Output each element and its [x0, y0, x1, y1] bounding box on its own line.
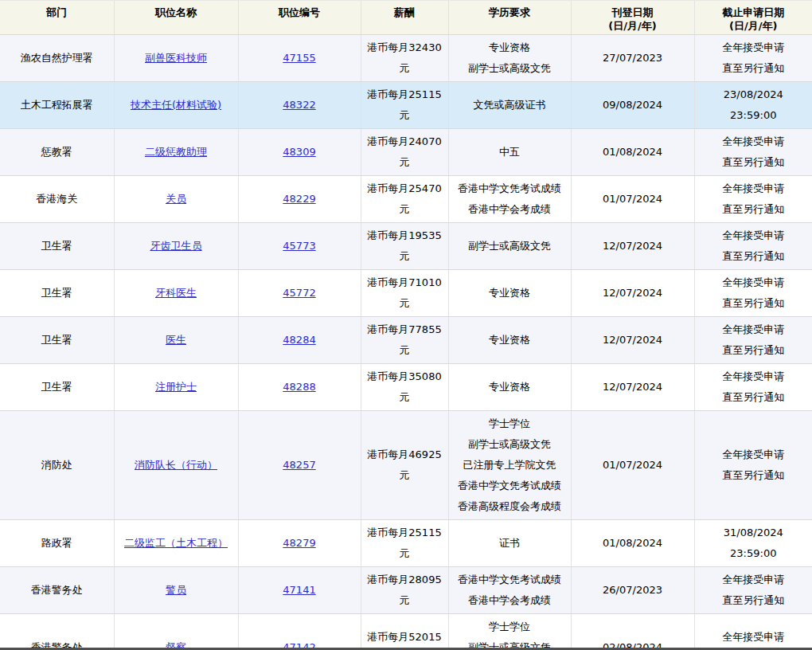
job-id-link[interactable]: 48229 — [283, 193, 315, 205]
deadline-cell: 全年接受申请直至另行通知 — [694, 411, 812, 520]
education-line: 专业资格 — [454, 377, 566, 397]
department-cell: 卫生署 — [0, 223, 114, 270]
table-row: 路政署 二级监工（土木工程） 48279 港币每月25115 元 证书 01/0… — [0, 520, 812, 567]
job-title-cell: 二级惩教助理 — [114, 129, 238, 176]
deadline-cell: 全年接受申请直至另行通知 — [694, 364, 812, 411]
education-cell: 学士学位副学士或高级文凭已注册专上学院文凭香港中学文凭考试成绩香港高级程度会考成… — [448, 411, 571, 520]
department-cell: 香港警务处 — [0, 567, 114, 614]
job-title-link[interactable]: 医生 — [166, 334, 186, 346]
column-header-job-id: 职位编号 — [238, 1, 361, 35]
deadline-line: 23/08/2024 23:59:00 — [700, 84, 808, 126]
job-id-link[interactable]: 48309 — [283, 146, 315, 158]
deadline-cell: 全年接受申请直至另行通知 — [694, 567, 812, 614]
job-id-link[interactable]: 48257 — [283, 459, 315, 471]
job-title-link[interactable]: 二级监工（土木工程） — [124, 537, 228, 549]
education-line: 专业资格 — [454, 330, 566, 350]
table-header: 部门 职位名称 职位编号 薪酬 学历要求 刊登日期 (日/月/年) — [0, 1, 812, 35]
job-id-link[interactable]: 48284 — [283, 334, 315, 346]
education-line: 学士学位 — [454, 617, 566, 637]
job-id-cell: 47142 — [238, 614, 361, 650]
job-id-link[interactable]: 47155 — [283, 52, 315, 64]
job-id-link[interactable]: 45772 — [283, 287, 315, 299]
job-id-link[interactable]: 48322 — [283, 99, 315, 111]
deadline-line: 全年接受申请 — [700, 225, 808, 246]
publish-date-cell: 02/08/2024 — [571, 614, 694, 650]
education-line: 香港中学会考成绩 — [454, 590, 566, 611]
table-row: 卫生署 牙科医生 45772 港币每月71010 元 专业资格 12/07/20… — [0, 270, 812, 317]
education-cell: 证书 — [448, 520, 571, 567]
header-row: 部门 职位名称 职位编号 薪酬 学历要求 刊登日期 (日/月/年) — [0, 1, 812, 35]
publish-date-cell: 26/07/2023 — [571, 567, 694, 614]
salary-cell: 港币每月52015 元 — [361, 614, 448, 650]
salary-cell: 港币每月71010 元 — [361, 270, 448, 317]
department-cell: 消防处 — [0, 411, 114, 520]
job-title-cell: 警员 — [114, 567, 238, 614]
deadline-line: 直至另行通知 — [700, 293, 808, 314]
department-cell: 渔农自然护理署 — [0, 35, 114, 82]
job-id-cell: 47141 — [238, 567, 361, 614]
deadline-cell: 全年接受申请直至另行通知 — [694, 129, 812, 176]
job-id-link[interactable]: 47141 — [283, 584, 315, 596]
education-line: 香港高级程度会考成绩 — [454, 496, 566, 517]
education-cell: 副学士或高级文凭 — [448, 223, 571, 270]
job-id-cell: 48229 — [238, 176, 361, 223]
job-title-cell: 消防队长（行动） — [114, 411, 238, 520]
education-cell: 专业资格 — [448, 364, 571, 411]
column-header-label: 刊登日期 — [574, 6, 692, 19]
column-header-department: 部门 — [0, 1, 114, 35]
job-id-cell: 47155 — [238, 35, 361, 82]
table-row: 卫生署 牙齿卫生员 45773 港币每月19535 元 副学士或高级文凭 12/… — [0, 223, 812, 270]
publish-date-cell: 01/07/2024 — [571, 176, 694, 223]
job-id-link[interactable]: 48279 — [283, 537, 315, 549]
job-id-cell: 48284 — [238, 317, 361, 364]
job-title-link[interactable]: 消防队长（行动） — [135, 459, 217, 471]
job-title-link[interactable]: 牙科医生 — [155, 287, 197, 299]
education-cell: 学士学位副学士或高级文凭已注册专上学院文凭 — [448, 614, 571, 650]
job-title-cell: 医生 — [114, 317, 238, 364]
job-title-link[interactable]: 关员 — [166, 193, 186, 205]
salary-cell: 港币每月25470 元 — [361, 176, 448, 223]
job-id-link[interactable]: 45773 — [283, 240, 315, 252]
job-title-link[interactable]: 警员 — [166, 584, 186, 596]
job-id-cell: 48322 — [238, 82, 361, 129]
job-id-cell: 48279 — [238, 520, 361, 567]
deadline-cell: 全年接受申请直至另行通知 — [694, 270, 812, 317]
salary-cell: 港币每月35080 元 — [361, 364, 448, 411]
department-cell: 路政署 — [0, 520, 114, 567]
table-row: 消防处 消防队长（行动） 48257 港币每月46925 元 学士学位副学士或高… — [0, 411, 812, 520]
job-title-cell: 注册护士 — [114, 364, 238, 411]
job-listing-screen: 部门 职位名称 职位编号 薪酬 学历要求 刊登日期 (日/月/年) — [0, 0, 812, 650]
department-cell: 卫生署 — [0, 317, 114, 364]
job-listing-table: 部门 职位名称 职位编号 薪酬 学历要求 刊登日期 (日/月/年) — [0, 0, 812, 650]
column-header-publish-date: 刊登日期 (日/月/年) — [571, 1, 694, 35]
deadline-line: 全年接受申请 — [700, 178, 808, 199]
deadline-line: 直至另行通知 — [700, 199, 808, 220]
deadline-line: 全年接受申请 — [700, 319, 808, 340]
education-line: 中五 — [454, 142, 566, 162]
job-title-link[interactable]: 牙齿卫生员 — [150, 240, 202, 252]
table-row: 香港警务处 督察 47142 港币每月52015 元 学士学位副学士或高级文凭已… — [0, 614, 812, 650]
deadline-line: 直至另行通知 — [700, 340, 808, 361]
education-line: 专业资格 — [454, 37, 566, 58]
publish-date-cell: 01/08/2024 — [571, 129, 694, 176]
job-id-cell: 48288 — [238, 364, 361, 411]
education-line: 副学士或高级文凭 — [454, 236, 566, 256]
publish-date-cell: 27/07/2023 — [571, 35, 694, 82]
column-header-label: 部门 — [2, 6, 111, 19]
job-id-link[interactable]: 48288 — [283, 381, 315, 393]
education-cell: 专业资格副学士或高级文凭 — [448, 35, 571, 82]
salary-cell: 港币每月28095 元 — [361, 567, 448, 614]
education-line: 香港中学文凭考试成绩 — [454, 476, 566, 496]
salary-cell: 港币每月24070 元 — [361, 129, 448, 176]
job-title-cell: 牙科医生 — [114, 270, 238, 317]
job-title-link[interactable]: 技术主任(材料试验) — [131, 99, 221, 111]
education-line: 专业资格 — [454, 283, 566, 303]
job-title-link[interactable]: 二级惩教助理 — [145, 146, 207, 158]
deadline-line: 全年接受申请 — [700, 570, 808, 590]
job-title-link[interactable]: 副兽医科技师 — [145, 52, 207, 64]
job-title-link[interactable]: 注册护士 — [155, 381, 197, 393]
department-cell: 惩教署 — [0, 129, 114, 176]
table-row: 卫生署 医生 48284 港币每月77855 元 专业资格 12/07/2024… — [0, 317, 812, 364]
column-header-label: 截止申请日期 — [697, 6, 810, 19]
table-row: 渔农自然护理署 副兽医科技师 47155 港币每月32430 元 专业资格副学士… — [0, 35, 812, 82]
